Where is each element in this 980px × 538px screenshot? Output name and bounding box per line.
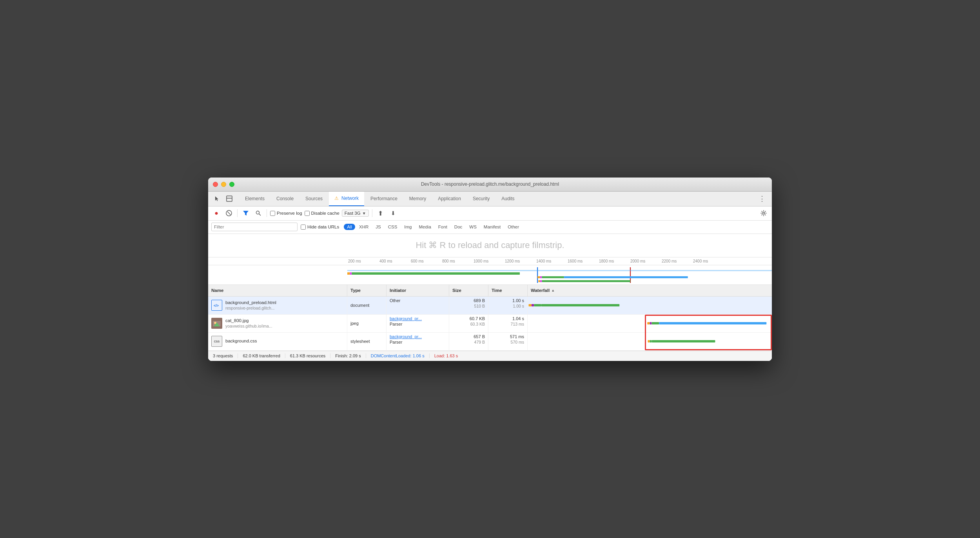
hide-data-urls-checkbox[interactable]: Hide data URLs xyxy=(301,225,339,230)
filter-type-manifest[interactable]: Manifest xyxy=(481,224,504,230)
filter-type-media[interactable]: Media xyxy=(416,224,434,230)
throttle-select[interactable]: Fast 3G ▼ xyxy=(342,210,369,217)
svg-rect-31 xyxy=(650,322,652,324)
tab-bar-icons xyxy=(211,193,235,204)
filter-type-js[interactable]: JS xyxy=(372,224,384,230)
filter-type-css[interactable]: CSS xyxy=(385,224,401,230)
th-type[interactable]: Type xyxy=(347,285,387,296)
svg-rect-17 xyxy=(538,280,540,282)
filmstrip-area: Hit ⌘ R to reload and capture filmstrip. xyxy=(208,234,772,257)
settings-button[interactable] xyxy=(759,208,769,218)
throttle-value: Fast 3G xyxy=(345,211,361,216)
record-button[interactable]: ● xyxy=(211,208,221,218)
tab-console[interactable]: Console xyxy=(271,191,299,206)
disable-cache-input[interactable] xyxy=(305,211,310,216)
table-row[interactable]: </> background_preload.html responsive-p… xyxy=(208,297,772,315)
th-time[interactable]: Time xyxy=(488,285,528,296)
ruler-mark-200: 200 ms xyxy=(347,259,379,263)
initiator-main-2[interactable]: background_pr... xyxy=(390,334,422,339)
export-button[interactable]: ⬇ xyxy=(388,208,398,218)
table-row[interactable]: CSS background.css stylesheet background… xyxy=(208,333,772,351)
tab-sources[interactable]: Sources xyxy=(300,191,328,206)
timeline-ruler: 200 ms 400 ms 600 ms 800 ms 1000 ms 1200… xyxy=(208,257,772,265)
th-waterfall[interactable]: Waterfall xyxy=(528,285,772,296)
td-name-1: cat_800.jpg yoavweiss.github.io/ima... xyxy=(208,315,347,332)
throttle-arrow-icon: ▼ xyxy=(362,211,366,216)
th-initiator[interactable]: Initiator xyxy=(387,285,449,296)
svg-rect-16 xyxy=(564,276,688,278)
hide-data-urls-input[interactable] xyxy=(301,225,306,230)
toolbar-divider-1 xyxy=(237,209,238,217)
tab-security[interactable]: Security xyxy=(467,191,495,206)
filter-type-xhr[interactable]: XHR xyxy=(356,224,372,230)
th-size[interactable]: Size xyxy=(449,285,488,296)
filter-type-ws[interactable]: WS xyxy=(466,224,480,230)
filter-type-img[interactable]: Img xyxy=(401,224,415,230)
svg-rect-24 xyxy=(534,304,541,306)
preserve-log-checkbox[interactable]: Preserve log xyxy=(270,211,302,216)
tab-memory[interactable]: Memory xyxy=(404,191,432,206)
filter-type-font[interactable]: Font xyxy=(435,224,450,230)
more-tabs-button[interactable]: ⋮ xyxy=(755,194,769,203)
tab-network[interactable]: ⚠ Network xyxy=(329,191,364,206)
ruler-mark-1000: 1000 ms xyxy=(473,259,504,263)
html-file-icon: </> xyxy=(211,300,222,311)
size-sub-0: 510 B xyxy=(474,304,485,308)
svg-rect-32 xyxy=(652,322,659,324)
table-row[interactable]: cat_800.jpg yoavweiss.github.io/ima... j… xyxy=(208,315,772,333)
disable-cache-checkbox[interactable]: Disable cache xyxy=(305,211,339,216)
filter-input[interactable] xyxy=(211,223,298,231)
initiator-main-1[interactable]: background_pr... xyxy=(390,316,422,321)
svg-rect-19 xyxy=(542,280,630,282)
size-main-0: 689 B xyxy=(474,298,485,303)
hide-data-urls-label: Hide data URLs xyxy=(307,225,339,229)
search-button[interactable] xyxy=(253,208,263,218)
tab-sources-label: Sources xyxy=(305,196,323,201)
td-name-0: </> background_preload.html responsive-p… xyxy=(208,297,347,314)
finish-time: Finish: 2.09 s xyxy=(330,353,366,358)
filter-type-doc[interactable]: Doc xyxy=(451,224,465,230)
svg-rect-22 xyxy=(528,304,531,306)
maximize-button[interactable] xyxy=(229,182,234,187)
ruler-marks: 200 ms 400 ms 600 ms 800 ms 1000 ms 1200… xyxy=(347,259,772,263)
ruler-mark-2200: 2200 ms xyxy=(661,259,692,263)
titlebar: DevTools - responsive-preload.glitch.me/… xyxy=(208,178,772,192)
type-value-1: jpeg xyxy=(350,321,359,326)
devtools-panel: Elements Console Sources ⚠ Network Perfo… xyxy=(208,192,772,361)
svg-rect-33 xyxy=(659,322,766,324)
dock-icon[interactable] xyxy=(224,193,235,204)
import-button[interactable]: ⬆ xyxy=(376,208,386,218)
svg-rect-15 xyxy=(542,276,564,278)
filter-types: All XHR JS CSS Img Media Font Doc WS Man… xyxy=(344,224,522,230)
svg-rect-14 xyxy=(540,276,542,278)
clear-button[interactable] xyxy=(224,208,234,218)
filename-1: cat_800.jpg xyxy=(225,318,272,323)
initiator-main-0: Other xyxy=(390,298,401,303)
preserve-log-input[interactable] xyxy=(270,211,275,216)
cursor-icon[interactable] xyxy=(211,193,222,204)
th-name[interactable]: Name xyxy=(208,285,347,296)
file-name-group-0: background_preload.html responsive-prelo… xyxy=(225,300,276,310)
tab-elements[interactable]: Elements xyxy=(240,191,270,206)
filter-button[interactable] xyxy=(241,208,251,218)
time-main-1: 1.04 s xyxy=(512,316,524,321)
tab-performance[interactable]: Performance xyxy=(365,191,403,206)
svg-point-5 xyxy=(256,211,260,214)
svg-rect-18 xyxy=(540,280,542,282)
ruler-mark-600: 600 ms xyxy=(410,259,441,263)
css-file-icon: CSS xyxy=(211,336,222,347)
size-main-1: 60.7 KB xyxy=(470,316,485,321)
minimize-button[interactable] xyxy=(221,182,226,187)
tab-application[interactable]: Application xyxy=(432,191,466,206)
filter-type-all[interactable]: All xyxy=(344,224,355,230)
devtools-window: DevTools - responsive-preload.glitch.me/… xyxy=(208,177,772,361)
tab-audits[interactable]: Audits xyxy=(496,191,520,206)
close-button[interactable] xyxy=(213,182,218,187)
svg-rect-35 xyxy=(650,340,652,342)
td-initiator-1: background_pr... Parser xyxy=(387,315,449,332)
filter-type-other[interactable]: Other xyxy=(505,224,522,230)
td-time-0: 1.00 s 1.00 s xyxy=(488,297,528,314)
ruler-mark-1200: 1200 ms xyxy=(504,259,535,263)
td-waterfall-1 xyxy=(528,315,772,332)
css-icon-text: CSS xyxy=(214,340,220,343)
